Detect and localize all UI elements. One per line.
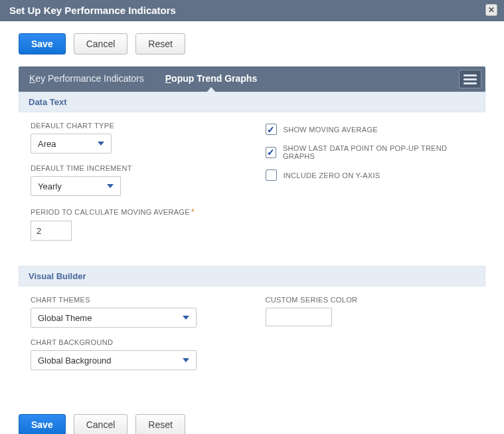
checkbox-show-last-data-point[interactable]: ✓ bbox=[266, 147, 276, 158]
chevron-down-icon bbox=[183, 316, 189, 320]
select-default-chart-type[interactable]: Area bbox=[31, 134, 112, 154]
label-chart-background: CHART BACKGROUND bbox=[31, 338, 239, 346]
tab-bar: Key Performance Indicators Popup Trend G… bbox=[19, 66, 485, 92]
select-value-chart-background: Global Background bbox=[38, 356, 112, 366]
select-value-chart-themes: Global Theme bbox=[38, 313, 92, 323]
section-body-visual-builder: CHART THEMES Global Theme CHART BACKGROU… bbox=[19, 286, 485, 395]
label-custom-series-color: CUSTOM SERIES COLOR bbox=[266, 296, 474, 304]
dialog-body: Save Cancel Reset Key Performance Indica… bbox=[0, 21, 504, 434]
reset-button[interactable]: Reset bbox=[135, 33, 185, 54]
label-chart-themes: CHART THEMES bbox=[31, 296, 239, 304]
menu-icon bbox=[463, 74, 477, 76]
top-button-row: Save Cancel Reset bbox=[19, 33, 485, 54]
save-button[interactable]: Save bbox=[19, 33, 66, 54]
select-chart-themes[interactable]: Global Theme bbox=[31, 308, 197, 328]
reset-button-bottom[interactable]: Reset bbox=[135, 414, 185, 434]
tab-popup-trend-graphs[interactable]: Popup Trend Graphs bbox=[164, 66, 258, 92]
checkbox-show-moving-average[interactable]: ✓ bbox=[266, 124, 277, 135]
chevron-down-icon bbox=[107, 184, 114, 188]
tab-key-performance-indicators[interactable]: Key Performance Indicators bbox=[28, 66, 145, 92]
label-default-time-increment: DEFAULT TIME INCREMENT bbox=[31, 164, 239, 172]
cancel-button[interactable]: Cancel bbox=[74, 33, 128, 54]
close-button[interactable]: ✕ bbox=[485, 4, 497, 16]
label-show-moving-average: SHOW MOVING AVERAGE bbox=[284, 126, 378, 134]
label-show-last-data-point: SHOW LAST DATA POINT ON POP-UP TREND GRA… bbox=[283, 144, 473, 160]
input-custom-series-color[interactable] bbox=[266, 308, 332, 326]
select-value-default-time-increment: Yearly bbox=[38, 181, 62, 191]
select-default-time-increment[interactable]: Yearly bbox=[31, 176, 121, 196]
select-value-default-chart-type: Area bbox=[38, 139, 56, 149]
dialog-header: Set Up Key Performance Indicators ✕ bbox=[0, 0, 504, 21]
chevron-down-icon bbox=[183, 358, 189, 362]
required-asterisk: * bbox=[191, 207, 195, 217]
section-header-visual-builder: Visual Builder bbox=[19, 266, 485, 286]
label-default-chart-type: DEFAULT CHART TYPE bbox=[31, 122, 239, 130]
bottom-button-row: Save Cancel Reset bbox=[19, 414, 485, 434]
save-button-bottom[interactable]: Save bbox=[19, 414, 66, 434]
checkbox-include-zero[interactable] bbox=[266, 169, 277, 181]
tab-menu-button[interactable] bbox=[459, 70, 481, 88]
input-period-moving-average[interactable]: 2 bbox=[31, 221, 72, 241]
label-period-moving-average: PERIOD TO CALCULATE MOVING AVERAGE* bbox=[31, 207, 239, 217]
section-body-data-text: DEFAULT CHART TYPE Area DEFAULT TIME INC… bbox=[19, 112, 485, 266]
chevron-down-icon bbox=[98, 142, 104, 146]
dialog-title: Set Up Key Performance Indicators bbox=[9, 5, 176, 16]
cancel-button-bottom[interactable]: Cancel bbox=[74, 414, 128, 434]
label-include-zero: INCLUDE ZERO ON Y-AXIS bbox=[284, 171, 380, 179]
select-chart-background[interactable]: Global Background bbox=[31, 350, 197, 370]
section-header-data-text: Data Text bbox=[19, 92, 485, 112]
close-icon: ✕ bbox=[488, 6, 495, 14]
